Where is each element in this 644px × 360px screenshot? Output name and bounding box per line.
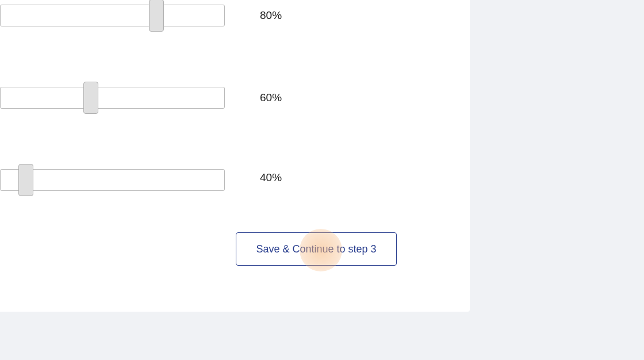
slider-thumb[interactable] [18, 164, 33, 196]
form-card: 80% 60% 40% Save & Continue to step 3 [0, 0, 470, 312]
button-label: Save & Continue to step 3 [256, 243, 376, 255]
slider-track[interactable] [0, 169, 225, 191]
slider-track[interactable] [0, 5, 225, 26]
slider-track[interactable] [0, 87, 225, 109]
save-continue-button[interactable]: Save & Continue to step 3 [236, 232, 397, 266]
slider-value-label: 40% [260, 171, 282, 184]
slider-row [0, 87, 225, 109]
slider-value-label: 80% [260, 9, 282, 22]
slider-row [0, 169, 225, 191]
slider-thumb[interactable] [149, 0, 164, 32]
slider-thumb[interactable] [83, 82, 98, 114]
slider-value-label: 60% [260, 91, 282, 104]
slider-row [0, 5, 225, 26]
